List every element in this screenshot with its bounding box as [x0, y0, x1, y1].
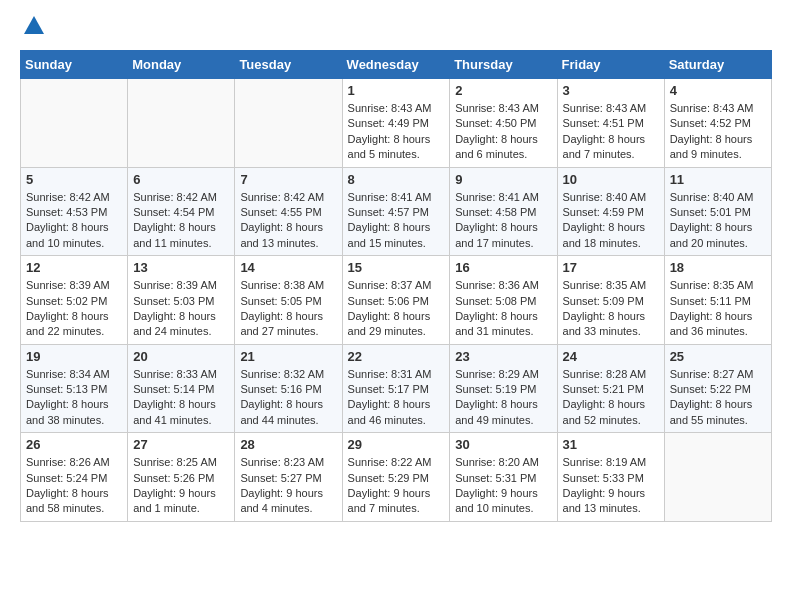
calendar-cell: [664, 433, 771, 522]
day-number: 13: [133, 260, 229, 275]
day-info: Sunrise: 8:28 AMSunset: 5:21 PMDaylight:…: [563, 367, 659, 429]
day-info: Sunrise: 8:20 AMSunset: 5:31 PMDaylight:…: [455, 455, 551, 517]
day-number: 1: [348, 83, 445, 98]
calendar-cell: 30Sunrise: 8:20 AMSunset: 5:31 PMDayligh…: [450, 433, 557, 522]
calendar-cell: [128, 79, 235, 168]
day-info: Sunrise: 8:23 AMSunset: 5:27 PMDaylight:…: [240, 455, 336, 517]
day-number: 23: [455, 349, 551, 364]
calendar-cell: 15Sunrise: 8:37 AMSunset: 5:06 PMDayligh…: [342, 256, 450, 345]
calendar-cell: 13Sunrise: 8:39 AMSunset: 5:03 PMDayligh…: [128, 256, 235, 345]
weekday-header-saturday: Saturday: [664, 51, 771, 79]
day-info: Sunrise: 8:40 AMSunset: 5:01 PMDaylight:…: [670, 190, 766, 252]
day-number: 6: [133, 172, 229, 187]
day-number: 25: [670, 349, 766, 364]
calendar-week-row: 26Sunrise: 8:26 AMSunset: 5:24 PMDayligh…: [21, 433, 772, 522]
day-number: 24: [563, 349, 659, 364]
calendar-cell: 12Sunrise: 8:39 AMSunset: 5:02 PMDayligh…: [21, 256, 128, 345]
day-number: 16: [455, 260, 551, 275]
day-info: Sunrise: 8:43 AMSunset: 4:50 PMDaylight:…: [455, 101, 551, 163]
day-info: Sunrise: 8:42 AMSunset: 4:53 PMDaylight:…: [26, 190, 122, 252]
day-info: Sunrise: 8:35 AMSunset: 5:09 PMDaylight:…: [563, 278, 659, 340]
page-header: [20, 20, 772, 34]
day-number: 18: [670, 260, 766, 275]
day-info: Sunrise: 8:38 AMSunset: 5:05 PMDaylight:…: [240, 278, 336, 340]
calendar-cell: 6Sunrise: 8:42 AMSunset: 4:54 PMDaylight…: [128, 167, 235, 256]
day-number: 9: [455, 172, 551, 187]
day-info: Sunrise: 8:43 AMSunset: 4:51 PMDaylight:…: [563, 101, 659, 163]
day-info: Sunrise: 8:43 AMSunset: 4:49 PMDaylight:…: [348, 101, 445, 163]
day-number: 11: [670, 172, 766, 187]
calendar-cell: 21Sunrise: 8:32 AMSunset: 5:16 PMDayligh…: [235, 344, 342, 433]
calendar-cell: 20Sunrise: 8:33 AMSunset: 5:14 PMDayligh…: [128, 344, 235, 433]
day-info: Sunrise: 8:41 AMSunset: 4:57 PMDaylight:…: [348, 190, 445, 252]
calendar-cell: 8Sunrise: 8:41 AMSunset: 4:57 PMDaylight…: [342, 167, 450, 256]
day-info: Sunrise: 8:33 AMSunset: 5:14 PMDaylight:…: [133, 367, 229, 429]
calendar-cell: 18Sunrise: 8:35 AMSunset: 5:11 PMDayligh…: [664, 256, 771, 345]
calendar-cell: 14Sunrise: 8:38 AMSunset: 5:05 PMDayligh…: [235, 256, 342, 345]
day-info: Sunrise: 8:34 AMSunset: 5:13 PMDaylight:…: [26, 367, 122, 429]
calendar-cell: 9Sunrise: 8:41 AMSunset: 4:58 PMDaylight…: [450, 167, 557, 256]
day-info: Sunrise: 8:40 AMSunset: 4:59 PMDaylight:…: [563, 190, 659, 252]
day-number: 15: [348, 260, 445, 275]
calendar-cell: 16Sunrise: 8:36 AMSunset: 5:08 PMDayligh…: [450, 256, 557, 345]
calendar-cell: 28Sunrise: 8:23 AMSunset: 5:27 PMDayligh…: [235, 433, 342, 522]
day-number: 10: [563, 172, 659, 187]
calendar-cell: 10Sunrise: 8:40 AMSunset: 4:59 PMDayligh…: [557, 167, 664, 256]
day-info: Sunrise: 8:41 AMSunset: 4:58 PMDaylight:…: [455, 190, 551, 252]
day-number: 7: [240, 172, 336, 187]
calendar-table: SundayMondayTuesdayWednesdayThursdayFrid…: [20, 50, 772, 522]
day-info: Sunrise: 8:22 AMSunset: 5:29 PMDaylight:…: [348, 455, 445, 517]
day-number: 22: [348, 349, 445, 364]
day-info: Sunrise: 8:37 AMSunset: 5:06 PMDaylight:…: [348, 278, 445, 340]
weekday-header-monday: Monday: [128, 51, 235, 79]
logo-triangle-icon: [24, 16, 44, 34]
day-number: 17: [563, 260, 659, 275]
day-info: Sunrise: 8:35 AMSunset: 5:11 PMDaylight:…: [670, 278, 766, 340]
day-info: Sunrise: 8:27 AMSunset: 5:22 PMDaylight:…: [670, 367, 766, 429]
calendar-cell: [21, 79, 128, 168]
calendar-cell: 5Sunrise: 8:42 AMSunset: 4:53 PMDaylight…: [21, 167, 128, 256]
day-number: 2: [455, 83, 551, 98]
calendar-cell: 25Sunrise: 8:27 AMSunset: 5:22 PMDayligh…: [664, 344, 771, 433]
weekday-header-wednesday: Wednesday: [342, 51, 450, 79]
day-number: 8: [348, 172, 445, 187]
calendar-cell: 24Sunrise: 8:28 AMSunset: 5:21 PMDayligh…: [557, 344, 664, 433]
calendar-cell: 3Sunrise: 8:43 AMSunset: 4:51 PMDaylight…: [557, 79, 664, 168]
day-number: 28: [240, 437, 336, 452]
calendar-week-row: 12Sunrise: 8:39 AMSunset: 5:02 PMDayligh…: [21, 256, 772, 345]
calendar-cell: 23Sunrise: 8:29 AMSunset: 5:19 PMDayligh…: [450, 344, 557, 433]
day-info: Sunrise: 8:42 AMSunset: 4:55 PMDaylight:…: [240, 190, 336, 252]
day-number: 27: [133, 437, 229, 452]
calendar-cell: 19Sunrise: 8:34 AMSunset: 5:13 PMDayligh…: [21, 344, 128, 433]
day-info: Sunrise: 8:32 AMSunset: 5:16 PMDaylight:…: [240, 367, 336, 429]
calendar-cell: 26Sunrise: 8:26 AMSunset: 5:24 PMDayligh…: [21, 433, 128, 522]
calendar-cell: 4Sunrise: 8:43 AMSunset: 4:52 PMDaylight…: [664, 79, 771, 168]
calendar-week-row: 1Sunrise: 8:43 AMSunset: 4:49 PMDaylight…: [21, 79, 772, 168]
day-info: Sunrise: 8:39 AMSunset: 5:02 PMDaylight:…: [26, 278, 122, 340]
day-number: 30: [455, 437, 551, 452]
day-info: Sunrise: 8:39 AMSunset: 5:03 PMDaylight:…: [133, 278, 229, 340]
calendar-header-row: SundayMondayTuesdayWednesdayThursdayFrid…: [21, 51, 772, 79]
calendar-cell: 29Sunrise: 8:22 AMSunset: 5:29 PMDayligh…: [342, 433, 450, 522]
day-number: 31: [563, 437, 659, 452]
day-number: 3: [563, 83, 659, 98]
day-info: Sunrise: 8:43 AMSunset: 4:52 PMDaylight:…: [670, 101, 766, 163]
day-number: 14: [240, 260, 336, 275]
day-info: Sunrise: 8:42 AMSunset: 4:54 PMDaylight:…: [133, 190, 229, 252]
day-info: Sunrise: 8:29 AMSunset: 5:19 PMDaylight:…: [455, 367, 551, 429]
calendar-cell: 22Sunrise: 8:31 AMSunset: 5:17 PMDayligh…: [342, 344, 450, 433]
weekday-header-sunday: Sunday: [21, 51, 128, 79]
day-number: 4: [670, 83, 766, 98]
calendar-cell: 17Sunrise: 8:35 AMSunset: 5:09 PMDayligh…: [557, 256, 664, 345]
calendar-week-row: 19Sunrise: 8:34 AMSunset: 5:13 PMDayligh…: [21, 344, 772, 433]
weekday-header-friday: Friday: [557, 51, 664, 79]
calendar-cell: 2Sunrise: 8:43 AMSunset: 4:50 PMDaylight…: [450, 79, 557, 168]
calendar-cell: 11Sunrise: 8:40 AMSunset: 5:01 PMDayligh…: [664, 167, 771, 256]
day-number: 21: [240, 349, 336, 364]
calendar-cell: 31Sunrise: 8:19 AMSunset: 5:33 PMDayligh…: [557, 433, 664, 522]
calendar-cell: 1Sunrise: 8:43 AMSunset: 4:49 PMDaylight…: [342, 79, 450, 168]
day-info: Sunrise: 8:26 AMSunset: 5:24 PMDaylight:…: [26, 455, 122, 517]
calendar-cell: 7Sunrise: 8:42 AMSunset: 4:55 PMDaylight…: [235, 167, 342, 256]
day-info: Sunrise: 8:31 AMSunset: 5:17 PMDaylight:…: [348, 367, 445, 429]
day-number: 20: [133, 349, 229, 364]
